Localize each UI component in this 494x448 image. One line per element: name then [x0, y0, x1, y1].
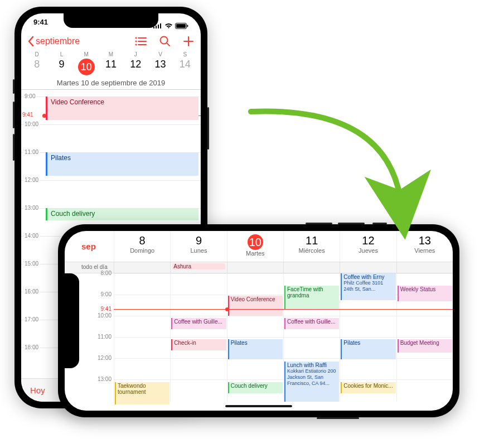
- all-day-cell[interactable]: [396, 262, 453, 273]
- weekday-letter: M: [74, 51, 99, 57]
- week-day-column[interactable]: Coffee with ErnyPhilz Coffee 3101 24th S…: [340, 273, 396, 402]
- week-day-number: 11: [284, 234, 340, 247]
- weekday-number: 12: [123, 59, 148, 70]
- calendar-event[interactable]: Pilates: [46, 152, 198, 176]
- weekday-letter: J: [123, 51, 148, 57]
- all-day-event[interactable]: Ashura: [172, 263, 225, 269]
- svg-point-10: [135, 37, 137, 39]
- weekday-cell[interactable]: D8: [25, 51, 49, 75]
- week-day-column[interactable]: Coffee with Guille...Check-in: [170, 273, 226, 402]
- week-day-number: 13: [397, 234, 453, 247]
- hour-label: 16:00: [23, 288, 40, 295]
- calendar-event[interactable]: Coffee with ErnyPhilz Coffee 3101 24th S…: [341, 273, 395, 300]
- current-time-label: 9:41: [22, 112, 33, 118]
- calendar-event[interactable]: Pilates: [341, 339, 395, 359]
- list-view-button[interactable]: [135, 37, 147, 46]
- hour-gridline: 12:00: [21, 180, 201, 181]
- all-day-row: todo el día Ashura: [65, 262, 453, 273]
- calendar-event[interactable]: Coffee with Guille...: [284, 318, 339, 329]
- calendar-event[interactable]: Pilates: [228, 339, 283, 359]
- hour-label: 12:00: [98, 355, 112, 361]
- calendar-event[interactable]: FaceTime with grandma: [284, 286, 339, 309]
- calendar-event[interactable]: Video Conference: [46, 97, 198, 120]
- week-day-header[interactable]: 8Domingo: [114, 231, 170, 262]
- week-day-column[interactable]: Video ConferencePilatesCouch delivery: [227, 273, 283, 402]
- hour-label: 10:00: [98, 312, 112, 319]
- weekday-cell[interactable]: V13: [148, 51, 172, 75]
- hour-label: 17:00: [23, 316, 40, 322]
- svg-rect-2: [158, 25, 159, 28]
- week-day-name: Lunes: [171, 247, 226, 254]
- week-day-header[interactable]: 13Viernes: [396, 231, 453, 262]
- week-day-header[interactable]: 12Jueves: [340, 231, 396, 262]
- week-header: sep 8Domingo9Lunes10Martes11Miércoles12J…: [65, 231, 453, 262]
- calendar-event[interactable]: Video Conference: [228, 296, 283, 316]
- chevron-left-icon: [28, 36, 35, 46]
- calendar-event[interactable]: Taekwondo tournament: [115, 382, 169, 404]
- volume-up-button[interactable]: [338, 223, 365, 224]
- calendar-event[interactable]: Cookies for Monic...: [341, 382, 395, 393]
- week-day-number: 9: [171, 234, 226, 247]
- weekday-number: 14: [173, 59, 197, 70]
- calendar-event[interactable]: Couch delivery: [228, 382, 283, 393]
- add-event-button[interactable]: [183, 36, 194, 47]
- calendar-event[interactable]: Couch delivery: [46, 208, 198, 220]
- calendar-event[interactable]: Budget Meeting: [398, 339, 452, 353]
- hour-gridline: 10:00: [21, 124, 201, 125]
- volume-down-button[interactable]: [306, 223, 332, 224]
- home-indicator[interactable]: [225, 405, 292, 407]
- svg-line-14: [167, 43, 169, 46]
- volume-down-button[interactable]: [13, 134, 14, 161]
- mute-switch[interactable]: [372, 223, 387, 224]
- weekday-cell[interactable]: L9: [49, 51, 74, 75]
- full-date-label: Martes 10 de septiembre de 2019: [21, 75, 201, 90]
- weekday-number: 9: [49, 59, 74, 70]
- week-day-column[interactable]: FaceTime with grandmaCoffee with Guille.…: [283, 273, 340, 402]
- volume-up-button[interactable]: [13, 102, 14, 128]
- power-button[interactable]: [317, 417, 359, 419]
- all-day-cell[interactable]: [227, 262, 283, 273]
- weekday-number: 13: [148, 59, 172, 70]
- week-day-header[interactable]: 10Martes: [227, 231, 283, 262]
- weekday-number: 10: [78, 59, 95, 75]
- hour-label: 11:00: [23, 149, 40, 155]
- week-grid[interactable]: 8:009:0010:0011:0012:0013:009:41 Taekwon…: [65, 273, 453, 402]
- hour-label: 8:00: [101, 270, 112, 276]
- svg-rect-3: [160, 23, 161, 28]
- week-day-selector: D8L9M10M11J12V13S14: [21, 47, 201, 75]
- calendar-event[interactable]: Check-in: [171, 339, 226, 350]
- week-day-header[interactable]: 9Lunes: [170, 231, 226, 262]
- week-day-number: 8: [114, 234, 170, 247]
- month-label: sep: [81, 242, 114, 251]
- power-button[interactable]: [207, 107, 209, 150]
- week-day-column[interactable]: Weekly StatusBudget Meeting: [396, 273, 453, 402]
- status-time: 9:41: [33, 18, 48, 33]
- calendar-event[interactable]: Lunch with RaffiKokkari Estiatorio 200 J…: [284, 362, 339, 402]
- week-day-name: Viernes: [397, 247, 453, 254]
- back-button[interactable]: septiembre: [28, 36, 135, 46]
- current-time-label: 9:41: [101, 306, 112, 312]
- calendar-event[interactable]: Weekly Status: [398, 286, 452, 301]
- all-day-cell[interactable]: [114, 262, 170, 273]
- month-button[interactable]: sep: [65, 231, 114, 262]
- all-day-cell[interactable]: Ashura: [170, 262, 226, 273]
- weekday-cell[interactable]: M11: [99, 51, 123, 75]
- all-day-cell[interactable]: [340, 262, 396, 273]
- search-button[interactable]: [159, 36, 171, 47]
- weekday-cell[interactable]: S14: [173, 51, 197, 75]
- battery-icon: [175, 23, 188, 29]
- calendar-event[interactable]: Coffee with Guille...: [171, 318, 226, 329]
- weekday-cell[interactable]: M10: [74, 51, 99, 75]
- today-button[interactable]: Hoy: [30, 386, 45, 395]
- all-day-cell[interactable]: [283, 262, 340, 273]
- week-day-number: 12: [340, 234, 396, 247]
- list-icon: [135, 37, 147, 46]
- mute-switch[interactable]: [13, 79, 14, 94]
- week-day-column[interactable]: Taekwondo tournament: [114, 273, 170, 402]
- weekday-letter: V: [148, 51, 172, 57]
- week-day-header[interactable]: 11Miércoles: [283, 231, 340, 262]
- hour-label: 9:00: [23, 93, 36, 99]
- svg-rect-1: [156, 26, 157, 28]
- weekday-cell[interactable]: J12: [123, 51, 148, 75]
- weekday-letter: M: [99, 51, 123, 57]
